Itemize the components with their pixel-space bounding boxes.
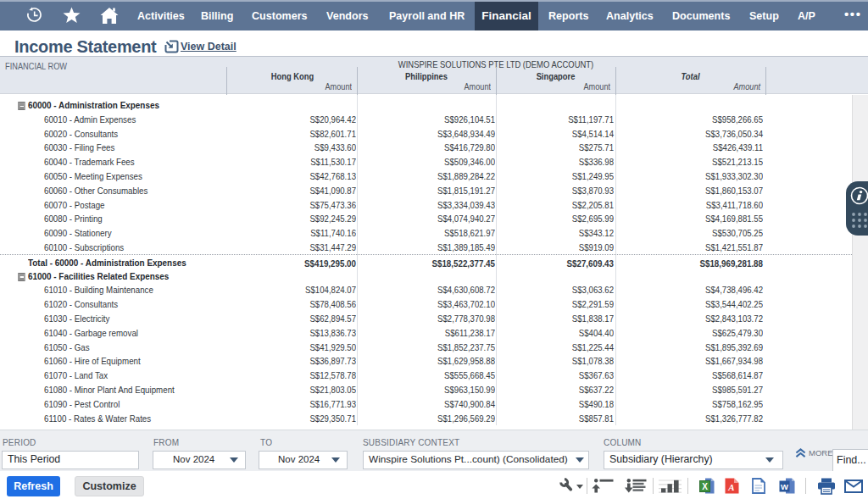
svg-text:W: W [781, 482, 788, 491]
svg-text:A: A [727, 482, 734, 492]
svg-text:X: X [702, 482, 708, 491]
